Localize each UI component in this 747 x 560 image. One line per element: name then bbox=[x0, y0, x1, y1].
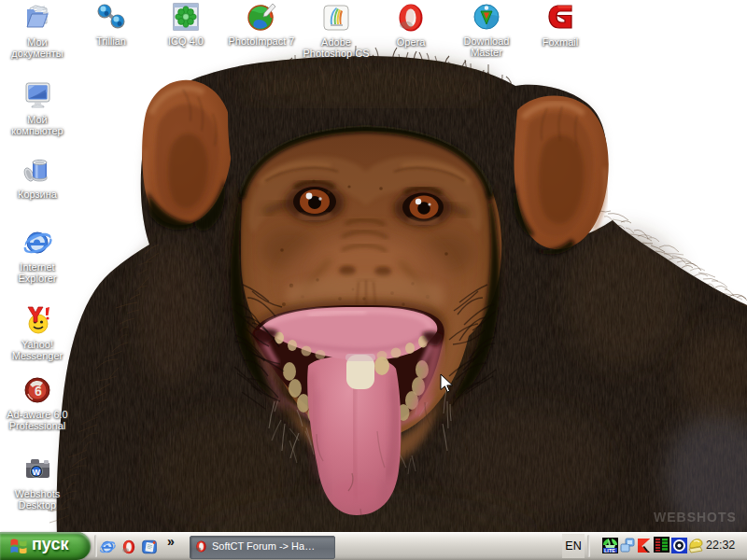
svg-text:WEBSHOTS: WEBSHOTS bbox=[654, 510, 737, 525]
svg-text:W: W bbox=[33, 468, 41, 477]
svg-text:6: 6 bbox=[35, 384, 42, 399]
svg-text:LITE: LITE bbox=[604, 548, 615, 553]
